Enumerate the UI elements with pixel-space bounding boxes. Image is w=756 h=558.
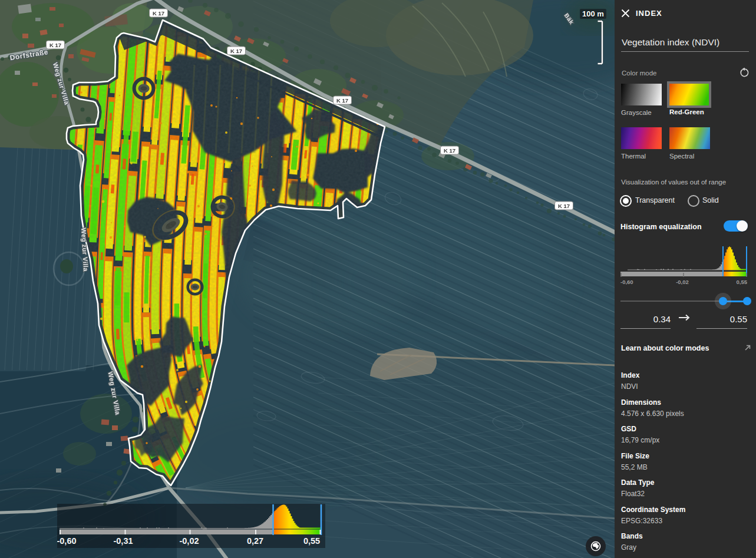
svg-text:K 17: K 17 [49,42,61,48]
svg-text:-0,02: -0,02 [179,536,199,546]
svg-text:-0,60: -0,60 [620,279,633,285]
svg-text:0,55: 0,55 [303,536,320,546]
svg-text:-0,31: -0,31 [113,536,133,546]
svg-text:0,55: 0,55 [737,279,748,285]
svg-text:K 17: K 17 [444,147,455,154]
svg-text:0,27: 0,27 [247,536,263,546]
svg-text:-0,60: -0,60 [57,536,77,546]
svg-text:-0,02: -0,02 [676,279,689,285]
svg-text:K 17: K 17 [336,97,348,104]
svg-text:K 17: K 17 [153,10,164,16]
svg-text:K 17: K 17 [558,203,570,209]
svg-text:K 17: K 17 [230,48,242,54]
